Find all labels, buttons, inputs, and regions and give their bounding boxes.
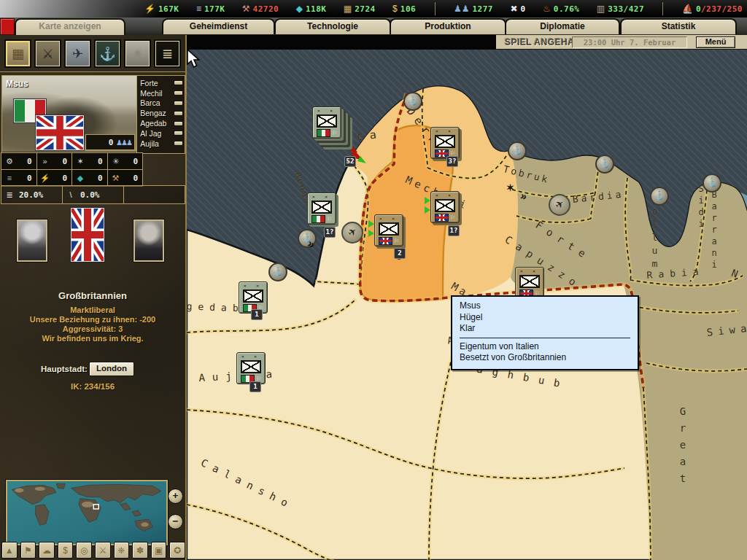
- energy-icon: ⚡: [144, 0, 155, 18]
- unit-count-badge: 1: [249, 381, 261, 392]
- energy-value: 0: [62, 174, 67, 183]
- head-of-state-portrait[interactable]: [17, 219, 47, 262]
- country-ideology: Marktliberal: [0, 306, 185, 314]
- unit-counter-forte-capuzzo[interactable]: × ×⚐: [515, 267, 544, 299]
- unit-size-marks: × ×: [239, 282, 267, 289]
- metal-icon: ≡: [4, 174, 15, 182]
- infantry-symbol: [435, 199, 455, 212]
- weather-mapmode-button[interactable]: ☁: [39, 542, 55, 559]
- unit-counter-derna[interactable]: × ×⚐: [430, 127, 460, 159]
- resources-mapmode-button[interactable]: ◎: [76, 542, 92, 559]
- zoom-in-button[interactable]: +: [168, 489, 183, 504]
- map-overview-button[interactable]: ▦: [4, 39, 31, 68]
- capital-button[interactable]: London: [89, 362, 134, 376]
- nuclear-weapons-icon: ✖: [510, 0, 517, 18]
- unit-counter-barca[interactable]: × ×⚐: [312, 106, 341, 139]
- stat-energy: ⚡0: [36, 169, 73, 187]
- port-anchor-icon: ⚓: [508, 141, 527, 160]
- political-mapmode-button[interactable]: ⚑: [20, 542, 36, 559]
- divider: [662, 2, 663, 15]
- supply-mapmode-button[interactable]: ▣: [151, 542, 167, 559]
- victory-points-mapmode-button[interactable]: ✪: [169, 542, 185, 559]
- partisan-mapmode-button[interactable]: ❈: [114, 542, 130, 559]
- neighbor-goto-button[interactable]: [174, 121, 183, 126]
- airbase-icon: ✈: [549, 194, 570, 216]
- air-base-value: 0: [133, 157, 138, 166]
- neighbor-row-barca[interactable]: Barca: [140, 98, 183, 109]
- mouse-cursor: [187, 50, 201, 69]
- military-mapmode-button[interactable]: ⚔: [95, 542, 111, 559]
- country-flag: [71, 208, 104, 262]
- tab-karte-anzeigen[interactable]: Karte anzeigen: [15, 18, 125, 36]
- convoys-icon: ⛵: [682, 0, 693, 18]
- tab-diplomatie[interactable]: Diplomatie: [505, 18, 620, 34]
- country-aggression: Aggressivität: 3: [0, 324, 185, 333]
- tab-statistik[interactable]: Statistik: [620, 18, 737, 34]
- neighbor-goto-button[interactable]: [174, 80, 183, 85]
- tab-geheimdienst[interactable]: Geheimdienst: [162, 18, 275, 34]
- energy-icon: ⚡: [39, 174, 51, 183]
- neighbor-row-agedab[interactable]: Agedab: [140, 118, 183, 128]
- neighbor-goto-button[interactable]: [174, 101, 183, 106]
- unit-count-badge: 52: [344, 156, 356, 167]
- zoom-out-button[interactable]: −: [168, 514, 183, 529]
- map-label-great: Great: [677, 405, 689, 489]
- neighbor-label: Agedab: [140, 119, 166, 128]
- dissent-icon: ♨: [543, 0, 551, 18]
- industry-value: 0: [27, 157, 32, 166]
- neighbor-row-bengaz[interactable]: Bengaz: [140, 108, 183, 118]
- neighbor-label: Mechil: [140, 89, 162, 98]
- minimap[interactable]: [6, 480, 168, 545]
- selection-arrow-icon: [368, 230, 374, 237]
- pennant-icon: ⚐: [327, 217, 332, 222]
- country-name: Großbritannien: [0, 290, 185, 301]
- game-window: { "top_bar": { "resources": [ {"name":"e…: [0, 0, 747, 560]
- revolt-risk-mapmode-button[interactable]: ✽: [132, 542, 148, 559]
- neighbor-row-mechil[interactable]: Mechil: [140, 88, 183, 98]
- infantry-symbol: [435, 135, 455, 148]
- land-units-button[interactable]: ⚔: [34, 39, 61, 68]
- tooltip-terrain: Hügel: [460, 312, 630, 324]
- air-units-button[interactable]: ✈: [64, 39, 91, 68]
- province-manpower: 0 ♟♟♟: [85, 134, 135, 150]
- neighbor-goto-button[interactable]: [174, 141, 183, 146]
- terrain-mapmode-button[interactable]: ▲: [1, 542, 18, 559]
- port-anchor-icon: ⚓: [595, 155, 614, 174]
- flak-icon: ✶: [506, 182, 514, 193]
- menu-button[interactable]: Menü: [696, 36, 735, 48]
- neighbor-goto-button[interactable]: [174, 111, 183, 116]
- neighbor-goto-button[interactable]: [174, 131, 183, 136]
- tab-produktion[interactable]: Produktion: [390, 18, 506, 34]
- stat-anti-air: ✶0: [71, 152, 108, 170]
- nuclear-weapons-value: 0: [520, 4, 525, 14]
- order-of-battle-button[interactable]: ≣: [154, 39, 181, 68]
- metal-value: 0: [27, 174, 32, 183]
- date-display[interactable]: 23:00 Uhr 7. Februar 1941: [572, 36, 687, 48]
- province-panel: Msus 0 ♟♟♟ ForteMechilBarcaBengazAgedabA…: [1, 75, 185, 154]
- pennant-icon: ⚐: [450, 215, 455, 221]
- supplies-value: 2724: [355, 4, 376, 14]
- naval-units-button[interactable]: ⚓: [94, 39, 121, 68]
- unit-counter-msus[interactable]: × ×⚐: [374, 214, 403, 246]
- neighbor-goto-button[interactable]: [174, 90, 183, 96]
- tab-technologie[interactable]: Technologie: [274, 18, 391, 34]
- resource-supplies: ▦2724: [344, 0, 376, 18]
- head-of-government-portrait[interactable]: [133, 219, 164, 262]
- land-fort-value: 0: [62, 157, 67, 166]
- unit-size-marks: × ×: [431, 128, 459, 134]
- neighbor-row-al-jag[interactable]: Al Jag: [140, 128, 183, 139]
- neighbor-row-forte[interactable]: Forte: [140, 78, 183, 88]
- air-base-icon: ✳: [110, 157, 122, 166]
- unit-counter-mechili[interactable]: × ×⚐: [430, 191, 460, 223]
- unit-counter-bengasi[interactable]: × ×⚐: [307, 192, 336, 225]
- battles-button: ✷: [124, 39, 151, 68]
- economy-mapmode-button[interactable]: $: [58, 542, 74, 559]
- map-viewport[interactable]: BarcaDernaMechiliTobrukBardiaForteCapuzz…: [187, 50, 747, 560]
- unit-counter-aujila[interactable]: × ×⚐: [236, 352, 266, 384]
- supplies-icon: ▦: [344, 0, 352, 18]
- stat-air-base: ✳0: [107, 152, 144, 170]
- pause-indicator[interactable]: [0, 18, 15, 35]
- neighbor-row-aujila[interactable]: Aujila: [140, 139, 183, 149]
- port-anchor-icon: ⚓: [268, 262, 287, 281]
- neighbor-label: Al Jag: [140, 129, 161, 138]
